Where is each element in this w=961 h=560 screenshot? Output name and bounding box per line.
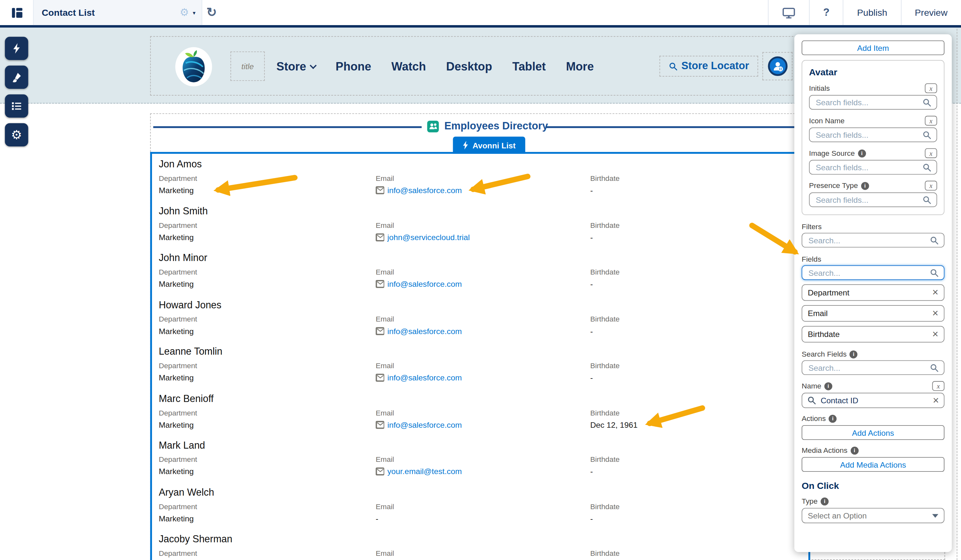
name-label: Name [802,382,821,390]
builder-pages-icon[interactable] [10,6,24,19]
lightning-icon [463,141,468,150]
field-search[interactable] [809,95,937,110]
field-search-input[interactable] [815,162,922,173]
field-pill[interactable]: Birthdate × [802,326,944,342]
field-search-input[interactable] [815,97,922,108]
fields-search-input[interactable] [807,268,930,278]
page-tab[interactable]: Contact List ⚙ ▾ [33,0,202,25]
department-value: Marketing [159,373,361,382]
fields-search[interactable] [802,265,944,280]
expression-icon[interactable]: x [932,381,945,391]
email-value[interactable]: your.email@test.com [387,467,462,476]
employee-list-item[interactable]: Jon Amos Department Marketing Email info… [152,154,808,201]
department-value: Marketing [159,326,361,336]
info-icon[interactable]: i [850,350,858,358]
search-fields-search[interactable] [802,360,944,375]
field-search[interactable] [809,160,937,175]
email-value[interactable]: info@salesforce.com [387,373,462,382]
employee-list-item[interactable]: Aryan Welch Department Marketing Email - [152,482,808,529]
employee-name: Leanne Tomlin [159,346,808,357]
theme-button[interactable] [5,66,28,89]
remove-field-icon[interactable]: × [932,329,939,339]
search-fields-input[interactable] [807,363,930,373]
employee-list-item[interactable]: Leanne Tomlin Department Marketing Email… [152,341,808,388]
field-search-input[interactable] [815,194,922,205]
add-media-actions-button[interactable]: Add Media Actions [802,457,944,472]
department-value: Marketing [159,279,361,289]
nav-item-tablet[interactable]: Tablet [513,60,546,73]
info-icon[interactable]: i [824,382,832,390]
info-icon[interactable]: i [829,414,837,423]
employee-list-item[interactable]: Mark Land Department Marketing Email you… [152,435,808,482]
add-actions-button[interactable]: Add Actions [802,425,944,440]
properties-panel: Add Item Avatar Initials i x Icon Name i… [794,34,952,552]
nav-item-watch[interactable]: Watch [391,60,426,73]
search-icon [930,268,939,278]
page-settings-gear-icon[interactable]: ⚙ [180,7,189,18]
nav-item-store[interactable]: Store [276,60,315,73]
components-button[interactable] [5,37,28,60]
email-label: Email [376,315,578,323]
employee-list-item[interactable]: John Minor Department Marketing Email in… [152,247,808,294]
component-badge[interactable]: Avonni List [453,137,525,154]
search-icon [922,162,932,172]
field-pill[interactable]: Department × [802,284,944,301]
nav-item-more[interactable]: More [566,60,593,73]
search-icon [922,98,932,107]
expression-icon[interactable]: x [925,116,937,125]
info-icon[interactable]: i [821,497,829,505]
type-select[interactable]: Select an Option [802,508,944,523]
email-value[interactable]: info@salesforce.com [387,420,462,429]
birthdate-value: - [590,513,774,523]
info-icon[interactable]: i [858,149,866,157]
header-avatar-slot[interactable] [762,52,792,80]
field-search-input[interactable] [815,130,922,140]
remove-field-icon[interactable]: × [932,308,939,319]
avatar-card: Avatar Initials i x Icon Name i x [802,60,944,215]
employee-list-item[interactable]: Jacoby Sherman Department Email [152,529,808,560]
filters-search[interactable] [802,233,944,247]
avatar-field: Icon Name i x [809,116,937,142]
clear-icon[interactable]: × [933,395,939,406]
help-button[interactable]: ? [809,0,843,25]
structure-button[interactable] [5,94,28,117]
nav-item-phone[interactable]: Phone [336,60,371,73]
info-icon[interactable]: i [861,181,869,189]
email-value[interactable]: info@salesforce.com [387,279,462,289]
add-item-button[interactable]: Add Item [802,40,944,55]
email-value[interactable]: info@salesforce.com [387,326,462,336]
avonni-list-component[interactable]: Avonni List Jon Amos Department Marketin… [150,152,810,560]
email-value[interactable]: john@servicecloud.trial [387,233,470,242]
refresh-icon[interactable]: ↻ [206,5,217,19]
name-combobox[interactable]: Contact ID × [802,393,944,408]
nav-item-desktop[interactable]: Desktop [446,60,492,73]
employee-list-item[interactable]: John Smith Department Marketing Email jo… [152,201,808,247]
remove-field-icon[interactable]: × [932,287,939,298]
employee-list-item[interactable]: Howard Jones Department Marketing Email … [152,294,808,342]
email-value[interactable]: - [376,513,378,523]
department-value: Marketing [159,513,361,523]
expression-icon[interactable]: x [925,83,937,93]
filters-search-input[interactable] [807,235,930,245]
publish-button[interactable]: Publish [843,0,901,25]
email-value[interactable]: info@salesforce.com [387,186,462,195]
field-search[interactable] [809,193,937,207]
expression-icon[interactable]: x [925,181,937,191]
email-label: Email [376,361,578,370]
preview-button[interactable]: Preview [901,0,961,25]
birthdate-label: Birthdate [590,455,774,464]
field-pill[interactable]: Email × [802,305,944,321]
page-settings-caret-icon[interactable]: ▾ [193,10,196,16]
employee-list-item[interactable]: Marc Benioff Department Marketing Email … [152,388,808,435]
employee-name: John Minor [159,252,808,263]
experience-builder: Contact List ⚙ ▾ ↻ ? Publish Preview [0,0,961,560]
settings-button[interactable]: ⚙ [5,123,28,146]
store-locator-button[interactable]: Store Locator [660,56,758,77]
device-preview-button[interactable] [768,0,809,25]
expression-icon[interactable]: x [925,148,937,158]
avatar-fields: Initials i x Icon Name i x [809,83,937,207]
email-label: Email [376,502,578,511]
header-title-placeholder[interactable]: title [231,51,265,81]
info-icon[interactable]: i [850,446,858,454]
field-search[interactable] [809,127,937,142]
